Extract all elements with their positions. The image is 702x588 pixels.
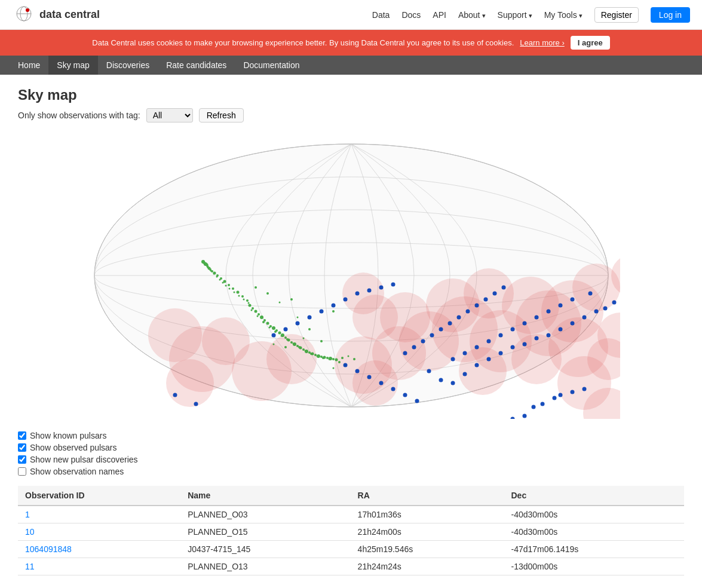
table-row: 10 PLANNED_O15 21h24m00s -40d30m00s: [18, 523, 684, 541]
svg-point-171: [534, 336, 538, 341]
svg-point-154: [510, 417, 514, 419]
svg-point-128: [341, 357, 344, 359]
cell-ra: 17h01m36s: [351, 506, 504, 523]
logo-text: data central: [39, 8, 100, 21]
cell-ra: 21h24m00s: [351, 523, 504, 541]
observation-names-checkbox[interactable]: [18, 467, 26, 476]
nav-about[interactable]: About: [458, 10, 486, 20]
table-row: 1064091848 J0437-4715_145 4h25m19.546s -…: [18, 541, 684, 558]
observation-names-option[interactable]: Show observation names: [18, 467, 684, 476]
svg-point-43: [257, 313, 260, 316]
svg-point-74: [274, 330, 277, 333]
subnav-discoveries[interactable]: Discoveries: [98, 56, 158, 75]
display-options: Show known pulsars Show observed pulsars…: [18, 431, 684, 476]
svg-point-105: [213, 273, 214, 275]
svg-point-164: [450, 381, 455, 385]
subnav-documentation[interactable]: Documentation: [235, 56, 308, 75]
controls-row: Only show observations with tag: All Pul…: [18, 108, 684, 122]
svg-point-69: [335, 359, 338, 362]
known-pulsars-checkbox[interactable]: [18, 431, 26, 440]
new-discoveries-checkbox[interactable]: [18, 455, 26, 464]
svg-point-84: [246, 299, 249, 302]
svg-point-194: [546, 310, 550, 314]
svg-point-52: [284, 336, 287, 339]
svg-point-25: [511, 334, 562, 384]
svg-point-118: [266, 292, 269, 295]
page-title: Sky map: [18, 87, 684, 103]
svg-point-40: [248, 304, 251, 307]
svg-point-48: [272, 326, 275, 330]
cell-obs-id: 1: [18, 506, 180, 523]
cell-name: J0437-4715_145: [180, 541, 350, 558]
svg-point-215: [331, 304, 335, 308]
obs-id-link[interactable]: 1: [25, 510, 30, 519]
subnav-skymap[interactable]: Sky map: [48, 56, 97, 75]
svg-point-13: [166, 359, 214, 407]
nav-api[interactable]: API: [433, 10, 446, 20]
cell-obs-id: 10: [18, 523, 180, 541]
observed-pulsars-checkbox[interactable]: [18, 443, 26, 452]
svg-point-213: [307, 316, 311, 320]
known-pulsars-option[interactable]: Show known pulsars: [18, 431, 684, 440]
svg-point-217: [355, 292, 359, 296]
svg-point-120: [278, 302, 280, 304]
svg-point-190: [498, 333, 502, 338]
svg-point-168: [498, 351, 502, 356]
svg-point-83: [328, 359, 330, 360]
cell-dec: -47d17m06.1419s: [504, 541, 685, 558]
svg-point-209: [501, 286, 505, 290]
svg-point-204: [456, 316, 461, 320]
svg-point-201: [430, 333, 434, 338]
svg-point-197: [588, 292, 592, 296]
logo[interactable]: data central: [12, 5, 100, 24]
nav-mytools[interactable]: My Tools: [544, 10, 583, 20]
nav-support[interactable]: Support: [498, 10, 532, 20]
svg-point-125: [272, 344, 274, 345]
subnav-rate[interactable]: Rate candidates: [158, 56, 235, 75]
svg-point-54: [290, 341, 293, 344]
svg-point-163: [439, 378, 443, 382]
obs-id-link[interactable]: 10: [25, 527, 35, 537]
svg-point-108: [222, 282, 223, 284]
svg-point-39: [342, 272, 384, 314]
obs-id-link[interactable]: 1064091848: [25, 544, 72, 554]
svg-point-162: [427, 369, 431, 373]
svg-point-160: [570, 390, 574, 394]
cookie-agree-button[interactable]: I agree: [571, 36, 610, 50]
nav-docs[interactable]: Docs: [401, 10, 421, 20]
svg-point-134: [194, 402, 198, 406]
svg-point-113: [243, 299, 244, 301]
svg-point-165: [462, 372, 467, 376]
svg-point-180: [403, 393, 407, 397]
learn-more-link[interactable]: Learn more ›: [520, 38, 564, 47]
svg-point-110: [228, 288, 230, 290]
refresh-button[interactable]: Refresh: [199, 108, 244, 122]
svg-point-107: [219, 279, 220, 281]
svg-point-79: [304, 350, 306, 352]
col-observation-id: Observation ID: [18, 486, 180, 506]
col-name: Name: [180, 486, 350, 506]
observation-names-label: Show observation names: [30, 467, 124, 476]
svg-point-169: [510, 345, 514, 350]
cell-dec: -40d30m00s: [504, 506, 685, 523]
nav-data[interactable]: Data: [372, 10, 390, 20]
svg-point-220: [391, 283, 395, 287]
svg-point-191: [510, 327, 514, 332]
svg-point-78: [298, 346, 301, 348]
svg-point-211: [283, 327, 287, 332]
tag-filter-select[interactable]: All Pulsar Survey: [146, 108, 193, 122]
skymap-svg[interactable]: [82, 132, 620, 419]
register-button[interactable]: Register: [594, 7, 639, 23]
svg-point-173: [558, 327, 562, 332]
col-ra: RA: [351, 486, 504, 506]
cell-ra: 4h25m19.546s: [351, 541, 504, 558]
subnav-home[interactable]: Home: [10, 56, 48, 75]
svg-point-123: [302, 338, 304, 339]
svg-point-174: [570, 321, 574, 326]
svg-point-202: [439, 327, 443, 332]
observed-pulsars-option[interactable]: Show observed pulsars: [18, 443, 684, 452]
login-button[interactable]: Log in: [651, 7, 690, 23]
obs-id-link[interactable]: 11: [25, 562, 35, 571]
svg-point-176: [594, 310, 598, 314]
new-discoveries-option[interactable]: Show new pulsar discoveries: [18, 455, 684, 464]
